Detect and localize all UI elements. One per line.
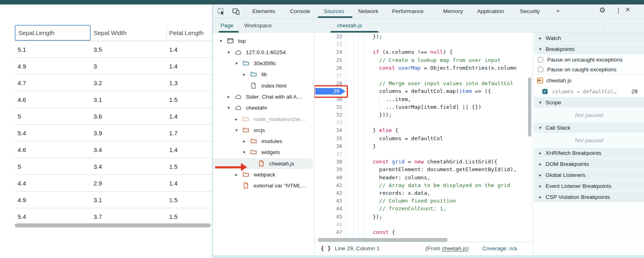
code-line-36[interactable]: 36 } — [314, 142, 533, 150]
line-number[interactable]: 40 — [314, 174, 342, 181]
code-editor[interactable]: 22 });2324 if (x.columns !== null) {25 /… — [314, 33, 533, 238]
code-line-47[interactable]: 47 const { — [314, 228, 533, 236]
chevron-right-icon[interactable]: ▸ — [234, 117, 239, 122]
code-line-46[interactable]: 46 — [314, 221, 533, 228]
tab-workspace[interactable]: Workspace — [244, 18, 272, 32]
coverage-link[interactable]: Coverage: n/a — [482, 245, 517, 251]
table-cell[interactable]: 1.3 — [166, 75, 212, 91]
settings-gear-icon[interactable]: ⚙ — [599, 7, 606, 14]
table-row[interactable]: 4.73.21.3 — [15, 75, 212, 91]
editor-horizontal-scrollbar[interactable] — [318, 238, 448, 242]
chevron-right-icon[interactable]: ▸ — [538, 183, 543, 189]
table-row[interactable]: 5.43.71.5 — [15, 208, 212, 225]
checkbox-unchecked-icon[interactable] — [538, 67, 543, 72]
devtools-menu-icon[interactable]: ⋮ — [615, 7, 622, 14]
line-number[interactable]: 31 — [314, 103, 342, 111]
table-cell[interactable]: 3.4 — [91, 141, 166, 158]
tree-item-top[interactable]: ▾top — [213, 35, 313, 46]
table-cell[interactable]: 5 — [15, 158, 91, 174]
device-toolbar-icon[interactable] — [232, 8, 240, 15]
table-cell[interactable]: 4.6 — [15, 91, 91, 108]
section-watch[interactable]: ▸Watch — [534, 33, 644, 44]
chevron-down-icon[interactable]: ▾ — [537, 78, 541, 83]
line-number[interactable]: 22 — [314, 33, 342, 40]
code-line-42[interactable]: 42 records: x.data, — [314, 189, 533, 197]
grid-column-header[interactable]: Sepal.Width — [91, 25, 166, 41]
table-cell[interactable]: 1.4 — [166, 41, 212, 57]
grid-horizontal-scrollbar[interactable] — [15, 223, 211, 227]
close-devtools-icon[interactable]: × — [625, 6, 630, 13]
inspect-element-icon[interactable] — [218, 8, 225, 15]
line-number[interactable]: 42 — [314, 189, 342, 197]
line-number[interactable]: 39 — [314, 165, 342, 173]
chevron-down-icon[interactable]: ▾ — [218, 38, 223, 44]
code-line-31[interactable]: 31 ...(userMap[item.field] || {}) — [314, 103, 533, 111]
table-row[interactable]: 5.43.91.7 — [15, 125, 212, 141]
code-line-38[interactable]: 38 const grid = new cheetahGrid.ListGrid… — [314, 158, 533, 165]
section-global-listeners[interactable]: ▸Global Listeners — [534, 170, 644, 181]
breakpoint-entry[interactable]: ✓columns = defaultCol…29 — [534, 86, 644, 97]
table-cell[interactable]: 1.5 — [166, 192, 212, 208]
chevron-down-icon[interactable]: ▾ — [242, 150, 247, 155]
table-cell[interactable]: 3.4 — [91, 158, 166, 174]
line-number[interactable]: 25 — [314, 56, 342, 64]
line-number[interactable]: 32 — [314, 111, 342, 119]
chevron-right-icon[interactable]: ▸ — [538, 172, 543, 178]
code-line-24[interactable]: 24 if (x.columns !== null) { — [314, 48, 533, 56]
code-line-32[interactable]: 32 })); — [314, 111, 533, 119]
table-cell[interactable]: 1.5 — [166, 208, 212, 225]
table-cell[interactable]: 3.1 — [91, 91, 166, 108]
code-line-26[interactable]: 26 const userMap = Object.fromEntries(x.… — [314, 64, 533, 72]
table-row[interactable]: 4.93.11.5 — [15, 192, 212, 208]
table-cell[interactable]: 1.4 — [166, 141, 212, 158]
tree-item-external-var-html-[interactable]: external var "HTML… — [213, 180, 313, 191]
table-cell[interactable]: 3.6 — [91, 108, 166, 124]
table-cell[interactable]: 5.1 — [15, 41, 91, 57]
breakpoint-file-group[interactable]: ▾cheetah.js — [534, 74, 644, 86]
tree-item-lib[interactable]: ▸lib — [213, 69, 313, 80]
editor-tab-cheetah-js[interactable]: cheetah.js — [337, 18, 362, 32]
table-cell[interactable]: 1.4 — [166, 108, 212, 124]
line-number[interactable]: 24 — [314, 48, 342, 56]
line-number[interactable]: 23 — [314, 40, 342, 48]
table-row[interactable]: 53.41.5 — [15, 158, 212, 175]
tree-item-modules[interactable]: ▸modules — [213, 136, 313, 147]
section-csp-violation-breakpoints[interactable]: ▸CSP Violation Breakpoints — [534, 192, 644, 203]
section-xhr-fetch-breakpoints[interactable]: ▸XHR/fetch Breakpoints — [534, 148, 644, 159]
editor-vertical-scrollbar[interactable] — [528, 77, 531, 137]
more-tabs-icon[interactable]: » — [556, 7, 559, 14]
code-line-27[interactable]: 27 — [314, 72, 533, 79]
grid-column-header[interactable]: Sepal.Length — [15, 25, 91, 41]
chevron-right-icon[interactable]: ▸ — [242, 72, 247, 77]
table-cell[interactable]: 1.7 — [166, 125, 212, 141]
code-line-33[interactable]: 33 — [314, 119, 533, 126]
tree-item-srcjs[interactable]: ▾srcjs — [213, 125, 313, 136]
chevron-down-icon[interactable]: ▾ — [226, 50, 231, 55]
line-number[interactable]: 38 — [314, 158, 342, 165]
code-line-39[interactable]: 39 parentElement: document.getElementByI… — [314, 165, 533, 173]
checkbox-unchecked-icon[interactable] — [538, 57, 543, 62]
line-number[interactable]: 47 — [314, 228, 342, 236]
code-line-34[interactable]: 34 } else { — [314, 126, 533, 134]
tree-item-127-0-0-1-60254[interactable]: ▾127.0.0.1:60254 — [213, 47, 313, 58]
table-row[interactable]: 4.63.11.5 — [15, 91, 212, 108]
table-row[interactable]: 4.42.91.4 — [15, 175, 212, 192]
line-number[interactable]: 27 — [314, 72, 342, 79]
table-cell[interactable]: 5 — [15, 108, 91, 124]
table-row[interactable]: 53.61.4 — [15, 108, 212, 125]
checkbox-checked-icon[interactable]: ✓ — [542, 89, 548, 94]
section-scope[interactable]: ▾Scope — [534, 97, 644, 108]
line-number[interactable]: 41 — [314, 181, 342, 189]
chevron-right-icon[interactable]: ▸ — [242, 139, 247, 144]
code-line-41[interactable]: 41 // Array data to be displayed on the … — [314, 181, 533, 189]
table-row[interactable]: 4.63.41.4 — [15, 141, 212, 158]
tab-console[interactable]: Console — [290, 4, 310, 18]
table-cell[interactable]: 5.4 — [15, 125, 91, 141]
tree-item-widgets[interactable]: ▾widgets — [213, 147, 313, 158]
chevron-right-icon[interactable]: ▸ — [538, 35, 543, 41]
pretty-print-icon[interactable]: { } — [321, 245, 331, 251]
code-line-22[interactable]: 22 }); — [314, 33, 533, 40]
tab-page[interactable]: Page — [221, 18, 234, 32]
table-cell[interactable]: 1.5 — [166, 91, 212, 108]
line-number[interactable]: 26 — [314, 64, 342, 72]
